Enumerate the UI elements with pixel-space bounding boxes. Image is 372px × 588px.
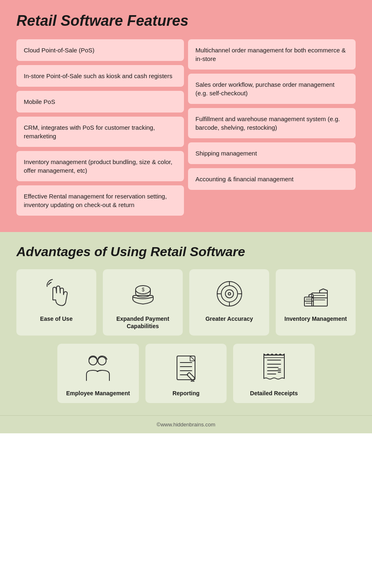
- features-grid: Cloud Point-of-Sale (PoS)In-store Point-…: [16, 39, 356, 216]
- payment-icon: $: [127, 277, 159, 310]
- advantage-label: Detailed Receipts: [250, 390, 298, 397]
- advantage-card: Greater Accuracy: [189, 269, 269, 336]
- advantages-title: Advantages of Using Retail Software: [16, 244, 356, 259]
- receipt-icon: [258, 352, 290, 385]
- svg-rect-12: [312, 293, 327, 306]
- target-icon: [213, 277, 246, 310]
- advantage-label: Employee Management: [66, 390, 130, 397]
- hand-icon: [40, 277, 73, 310]
- feature-card-left: Cloud Point-of-Sale (PoS): [16, 39, 184, 61]
- svg-rect-25: [187, 372, 195, 381]
- feature-card-left: Effective Rental management for reservat…: [16, 185, 184, 216]
- feature-card-left: CRM, integrates with PoS for customer tr…: [16, 117, 184, 147]
- advantage-card: Reporting: [145, 344, 227, 403]
- svg-text:$: $: [142, 287, 145, 293]
- feature-card-left: Inventory management (product bundling, …: [16, 151, 184, 181]
- advantage-card: Inventory Management: [276, 269, 356, 336]
- advantage-card: $ Expanded Payment Capabilities: [103, 269, 183, 336]
- svg-rect-20: [177, 356, 195, 380]
- advantage-label: Greater Accuracy: [205, 315, 253, 322]
- svg-point-7: [228, 293, 231, 295]
- top-section: Retail Software Features Cloud Point-of-…: [0, 0, 372, 232]
- inventory-icon: [299, 277, 332, 310]
- svg-point-5: [221, 286, 238, 302]
- report-icon: [170, 352, 202, 385]
- features-right-col: Multichannel order management for both e…: [188, 39, 356, 216]
- footer-text: ©www.hiddenbrains.com: [157, 421, 215, 428]
- feature-card-right: Accounting & financial management: [188, 168, 356, 190]
- advantage-label: Reporting: [172, 390, 200, 397]
- bottom-section: Advantages of Using Retail Software Ease…: [0, 232, 372, 415]
- advantage-card: Detailed Receipts: [233, 344, 315, 403]
- advantage-card: Ease of Use: [16, 269, 96, 336]
- features-left-col: Cloud Point-of-Sale (PoS)In-store Point-…: [16, 39, 184, 216]
- advantage-label: Expanded Payment Capabilities: [107, 315, 179, 330]
- svg-point-19: [98, 357, 106, 365]
- feature-card-right: Sales order workflow, purchase order man…: [188, 74, 356, 104]
- footer: ©www.hiddenbrains.com: [0, 415, 372, 433]
- main-title: Retail Software Features: [16, 12, 356, 29]
- employees-icon: [82, 352, 114, 385]
- feature-card-right: Shipping management: [188, 142, 356, 164]
- advantage-label: Inventory Management: [284, 315, 347, 322]
- feature-card-right: Fulfillment and warehouse management sys…: [188, 108, 356, 138]
- feature-card-right: Multichannel order management for both e…: [188, 39, 356, 70]
- feature-card-left: Mobile PoS: [16, 91, 184, 113]
- advantages-row-2: Employee Management Reporting: [16, 344, 356, 403]
- svg-point-6: [225, 290, 234, 298]
- advantages-row-1: Ease of Use $ Expanded Payment Capabilit…: [16, 269, 356, 336]
- svg-point-18: [89, 357, 97, 365]
- feature-card-left: In-store Point-of-Sale such as kiosk and…: [16, 65, 184, 87]
- advantage-label: Ease of Use: [40, 315, 73, 322]
- advantage-card: Employee Management: [57, 344, 139, 403]
